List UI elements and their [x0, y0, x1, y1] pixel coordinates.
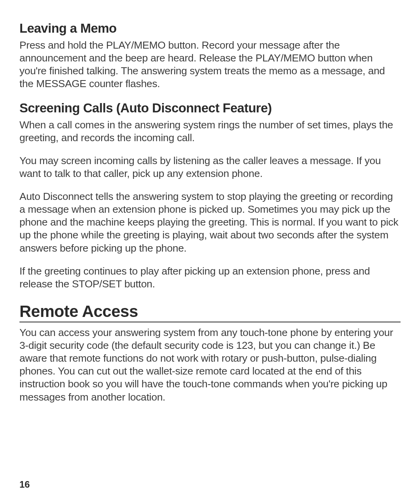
paragraph: If the greeting continues to play after …: [19, 265, 401, 290]
heading-remote-access: Remote Access: [19, 302, 401, 322]
paragraph: Press and hold the PLAY/MEMO button. Rec…: [19, 39, 401, 91]
paragraph: You may screen incoming calls by listeni…: [19, 154, 401, 180]
paragraph: When a call comes in the answering syste…: [19, 119, 401, 144]
section-remote-access: Remote Access You can access your answer…: [19, 302, 401, 404]
section-screening-calls: Screening Calls (Auto Disconnect Feature…: [19, 101, 401, 290]
paragraph: Auto Disconnect tells the answering syst…: [19, 190, 401, 255]
section-leaving-memo: Leaving a Memo Press and hold the PLAY/M…: [19, 21, 401, 91]
paragraph: You can access your answering system fro…: [19, 326, 401, 404]
heading-leaving-memo: Leaving a Memo: [19, 21, 401, 36]
page-number: 16: [19, 479, 30, 490]
heading-screening-calls: Screening Calls (Auto Disconnect Feature…: [19, 101, 401, 116]
